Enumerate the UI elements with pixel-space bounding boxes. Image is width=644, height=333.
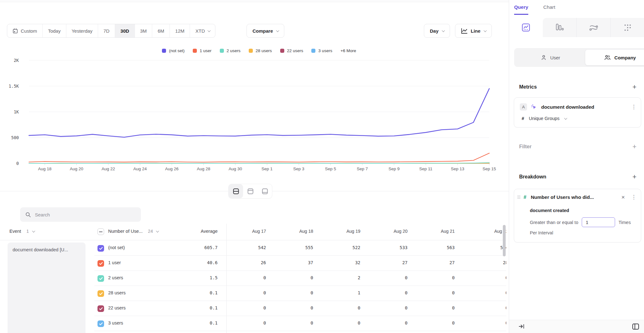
query-panel: Query Chart <box>509 0 644 333</box>
metric-card[interactable]: A document downloaded ⋮ # Unique Groups <box>514 97 641 128</box>
svg-text:Sep 15: Sep 15 <box>483 166 496 171</box>
row-checkbox[interactable] <box>97 305 104 312</box>
per-interval-label[interactable]: Per Interval <box>530 230 553 235</box>
tab-chart[interactable]: Chart <box>543 4 555 15</box>
table-scrollbar[interactable] <box>503 225 506 256</box>
table-row[interactable]: 28 users0.1001000 <box>0 286 506 301</box>
svg-text:Aug 28: Aug 28 <box>197 166 210 171</box>
layout-table-only-button[interactable] <box>258 184 272 198</box>
drag-handle-icon[interactable] <box>517 196 520 199</box>
range-button-30d[interactable]: 30D <box>115 24 135 37</box>
chart-type-more-tab[interactable] <box>610 18 644 37</box>
range-button-3m[interactable]: 3M <box>135 24 152 37</box>
row-value-cell: 0 <box>462 275 506 280</box>
date-column-header[interactable]: Aug 20 <box>368 229 415 234</box>
search-box[interactable] <box>20 207 141 222</box>
close-icon[interactable]: × <box>621 194 625 200</box>
metric-measure-row[interactable]: # Unique Groups <box>522 116 566 121</box>
range-button-today[interactable]: Today <box>42 24 66 37</box>
svg-text:Aug 22: Aug 22 <box>102 166 115 171</box>
line-chart[interactable]: 05001K1.5K2KAug 18Aug 20Aug 22Aug 24Aug … <box>0 44 509 176</box>
chart-type-dropdown[interactable]: Line <box>455 24 492 38</box>
svg-text:Sep 11: Sep 11 <box>419 166 432 171</box>
range-button-xtd[interactable]: XTD <box>190 24 215 37</box>
average-column-header[interactable]: Average <box>176 229 218 234</box>
search-icon <box>25 212 31 218</box>
series-line--not-set-[interactable] <box>29 89 489 137</box>
series-column-header[interactable]: Number of Use... 24 <box>108 229 158 234</box>
property-hash-icon: # <box>524 194 526 200</box>
table-row[interactable]: 3 users0.1000000 <box>0 316 506 331</box>
user-icon <box>541 55 547 60</box>
range-button-7d[interactable]: 7D <box>98 24 115 37</box>
event-column-header[interactable]: Event 1 <box>9 229 34 234</box>
chart-type-flow-tab[interactable] <box>576 18 610 37</box>
toggle-company[interactable]: Company <box>585 50 644 65</box>
row-value-cell: 0 <box>226 320 274 325</box>
range-label: Custom <box>21 28 37 34</box>
metric-menu-button[interactable]: ⋮ <box>631 104 636 110</box>
row-value-cell: 555 <box>274 245 321 250</box>
layout-split-icon <box>232 188 240 195</box>
row-checkbox[interactable] <box>97 275 104 282</box>
panel-footer <box>509 320 644 333</box>
add-metric-button[interactable]: + <box>632 84 636 90</box>
app-window: CustomTodayYesterday7D30D3M6M12MXTD Comp… <box>0 0 644 333</box>
side-panel-button[interactable] <box>632 323 639 331</box>
table-row[interactable]: 22 users0.1000000 <box>0 301 506 316</box>
range-button-custom[interactable]: Custom <box>7 24 42 37</box>
date-column-header[interactable]: Aug 22 <box>462 229 506 234</box>
check-icon <box>99 247 103 250</box>
add-filter-button[interactable]: + <box>632 143 636 150</box>
chart-type-bar-tab[interactable] <box>543 18 576 37</box>
select-all-checkbox[interactable] <box>97 228 104 235</box>
row-checkbox[interactable] <box>97 260 104 267</box>
table-row[interactable]: 1 user40.6263732272728 <box>0 256 506 271</box>
condition-label[interactable]: Greater than or equal to <box>530 220 578 225</box>
chevron-down-icon <box>208 29 211 32</box>
add-breakdown-button[interactable]: + <box>632 173 636 180</box>
chart-type-tabs <box>509 18 644 37</box>
layout-chart-only-button[interactable] <box>243 184 258 198</box>
layout-split-button[interactable] <box>229 184 243 198</box>
row-value-cell: 27 <box>415 260 462 265</box>
date-column-header[interactable]: Aug 18 <box>274 229 321 234</box>
series-line-1-user[interactable] <box>29 153 489 162</box>
range-button-yesterday[interactable]: Yesterday <box>66 24 98 37</box>
interval-label: Day <box>430 28 439 34</box>
metric-badge: A <box>520 103 527 111</box>
times-value-input[interactable] <box>582 217 615 227</box>
svg-text:0: 0 <box>16 161 19 166</box>
row-value-cell: 0 <box>415 320 462 325</box>
row-value-cell: 534 <box>462 245 506 250</box>
row-checkbox[interactable] <box>97 245 104 252</box>
search-input[interactable] <box>35 212 129 217</box>
hash-icon: # <box>522 116 524 121</box>
date-column-header[interactable]: Aug 17 <box>226 229 274 234</box>
table-row[interactable]: 2 users1.5002000 <box>0 271 506 286</box>
metrics-title: Metrics <box>519 84 537 90</box>
chart-type-line-tab[interactable] <box>509 18 543 37</box>
date-column-headers: Aug 17Aug 18Aug 19Aug 20Aug 21Aug 22 <box>226 229 506 234</box>
breakdown-event-label[interactable]: document created <box>530 208 569 213</box>
date-column-header[interactable]: Aug 21 <box>415 229 462 234</box>
compare-button[interactable]: Compare <box>247 24 284 38</box>
interval-dropdown[interactable]: Day <box>424 24 450 38</box>
row-checkbox[interactable] <box>97 290 104 297</box>
svg-text:Aug 20: Aug 20 <box>70 166 83 171</box>
toggle-user[interactable]: User <box>516 50 585 65</box>
table-row[interactable]: (not set)605.7542555522533563534 <box>0 241 506 256</box>
series-line-2-users[interactable] <box>29 163 489 163</box>
row-checkbox[interactable] <box>97 320 104 327</box>
breakdown-card[interactable]: # Number of Users who did... × ⋮ documen… <box>514 189 641 243</box>
row-label: 3 users <box>108 320 123 325</box>
check-icon <box>99 277 103 280</box>
collapse-panel-button[interactable] <box>519 324 525 330</box>
range-button-6m[interactable]: 6M <box>152 24 169 37</box>
date-column-header[interactable]: Aug 19 <box>321 229 368 234</box>
tab-query[interactable]: Query <box>514 4 528 15</box>
row-value-cell: 0 <box>368 290 415 295</box>
range-button-12m[interactable]: 12M <box>169 24 190 37</box>
breakdown-menu-button[interactable]: ⋮ <box>631 194 636 200</box>
user-label: User <box>550 55 560 60</box>
